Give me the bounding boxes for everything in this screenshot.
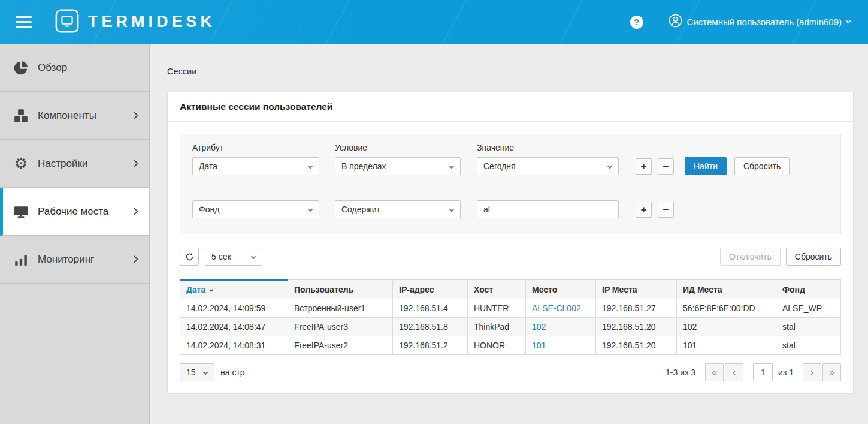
cell-host: ThinkPad bbox=[468, 318, 526, 336]
chevron-down-icon bbox=[203, 370, 208, 375]
page-size-select[interactable]: 15 bbox=[180, 363, 214, 381]
cell-date: 14.02.2024, 14:08:31 bbox=[180, 336, 288, 355]
refresh-icon bbox=[185, 252, 194, 261]
refresh-button[interactable] bbox=[180, 248, 199, 266]
dashboard-pie-icon bbox=[12, 60, 30, 76]
top-header: TERMIDESK ? Системный пользователь (admi… bbox=[0, 0, 868, 44]
cell-ip: 192.168.51.8 bbox=[393, 318, 468, 336]
column-header-pool[interactable]: Фонд bbox=[776, 280, 841, 299]
cell-pool: stal bbox=[776, 336, 841, 355]
column-header-date[interactable]: Дата bbox=[180, 280, 288, 299]
cell-ip: 192.168.51.4 bbox=[393, 299, 468, 318]
cell-pool: ALSE_WP bbox=[776, 299, 841, 318]
chevron-right-icon bbox=[131, 160, 138, 167]
reset-sessions-button[interactable]: Сбросить bbox=[786, 248, 841, 266]
sidebar-item-label: Обзор bbox=[38, 62, 67, 74]
user-avatar-icon bbox=[669, 14, 682, 30]
user-name: Системный пользователь (admin609) bbox=[687, 17, 842, 27]
column-header-user[interactable]: Пользователь bbox=[288, 280, 393, 299]
hamburger-menu-icon[interactable] bbox=[16, 13, 32, 31]
sidebar-item-monitoring[interactable]: Мониторинг bbox=[0, 236, 149, 284]
sidebar-item-label: Настройки bbox=[38, 158, 87, 170]
table-header-row: Дата Пользователь IP-адрес Хост Место IP… bbox=[180, 280, 841, 299]
cell-host: HUNTER bbox=[468, 299, 526, 318]
remove-filter-button[interactable]: − bbox=[658, 202, 674, 218]
current-page-input[interactable]: 1 bbox=[753, 363, 773, 381]
components-cubes-icon bbox=[12, 108, 30, 124]
filter-panel: Атрибут Условие Значение Дата В пределах bbox=[180, 134, 841, 234]
sessions-card: Активные сессии пользователей Атрибут Ус… bbox=[167, 92, 854, 394]
cell-date: 14.02.2024, 14:08:47 bbox=[180, 318, 288, 336]
condition-select-1[interactable]: В пределах bbox=[335, 157, 461, 175]
column-header-place[interactable]: Место bbox=[526, 280, 596, 299]
main-content: Сессии Активные сессии пользователей Атр… bbox=[150, 44, 868, 424]
condition-label: Условие bbox=[335, 143, 461, 152]
total-pages-label: из 1 bbox=[778, 368, 794, 377]
table-row: 14.02.2024, 14:09:59 Встроенный-user1 19… bbox=[180, 299, 841, 318]
table-footer: 15 на стр. 1-3 из 3 « ‹ 1 из 1 › » bbox=[180, 363, 841, 381]
reset-filters-button[interactable]: Сбросить bbox=[734, 157, 790, 175]
table-row: 14.02.2024, 14:08:47 FreeIPA-user3 192.1… bbox=[180, 318, 841, 336]
last-page-button[interactable]: » bbox=[822, 363, 841, 381]
chevron-down-icon bbox=[607, 164, 612, 169]
cell-place-link[interactable]: 102 bbox=[526, 318, 596, 336]
sidebar-item-overview[interactable]: Обзор bbox=[0, 44, 149, 92]
chevron-right-icon bbox=[131, 255, 138, 263]
termidesk-logo-icon bbox=[55, 8, 80, 36]
cell-user: FreeIPA-user2 bbox=[288, 336, 393, 355]
condition-select-2[interactable]: Содержит bbox=[335, 200, 461, 218]
cell-date: 14.02.2024, 14:09:59 bbox=[180, 299, 288, 318]
sidebar-item-settings[interactable]: ⚙ Настройки bbox=[0, 140, 149, 188]
search-button[interactable]: Найти bbox=[685, 157, 727, 175]
page-title: Активные сессии пользователей bbox=[168, 92, 853, 122]
sidebar-item-workplaces[interactable]: Рабочие места bbox=[0, 188, 149, 236]
cell-place-ip: 192.168.51.27 bbox=[596, 299, 677, 318]
attribute-select-1[interactable]: Дата bbox=[192, 157, 319, 175]
cell-place-ip: 192.168.51.20 bbox=[596, 336, 677, 355]
column-header-place-ip[interactable]: IP Места bbox=[596, 280, 677, 299]
value-label: Значение bbox=[477, 143, 619, 152]
chevron-down-icon bbox=[308, 207, 313, 212]
column-header-host[interactable]: Хост bbox=[468, 280, 526, 299]
refresh-interval-select[interactable]: 5 сек bbox=[205, 248, 262, 266]
disconnect-button[interactable]: Отключить bbox=[720, 248, 781, 266]
value-select-1[interactable]: Сегодня bbox=[477, 157, 619, 175]
cell-place-link[interactable]: ALSE-CL002 bbox=[526, 299, 596, 318]
chevron-down-icon bbox=[449, 207, 454, 212]
table-row: 14.02.2024, 14:08:31 FreeIPA-user2 192.1… bbox=[180, 336, 841, 355]
column-header-place-id[interactable]: ИД Места bbox=[677, 280, 776, 299]
help-icon[interactable]: ? bbox=[630, 16, 643, 29]
user-menu[interactable]: Системный пользователь (admin609) bbox=[669, 14, 850, 30]
attribute-select-2[interactable]: Фонд bbox=[192, 200, 319, 218]
chevron-down-icon bbox=[846, 18, 851, 23]
cell-place-id: 102 bbox=[677, 318, 776, 336]
range-indicator: 1-3 из 3 bbox=[666, 368, 695, 377]
column-header-ip[interactable]: IP-адрес bbox=[393, 280, 468, 299]
add-filter-button[interactable]: + bbox=[636, 202, 652, 218]
first-page-button[interactable]: « bbox=[705, 363, 724, 381]
per-page-label: на стр. bbox=[220, 368, 247, 377]
add-filter-button[interactable]: + bbox=[636, 158, 652, 175]
cell-place-id: 101 bbox=[677, 336, 776, 355]
next-page-button[interactable]: › bbox=[803, 363, 821, 381]
attribute-label: Атрибут bbox=[192, 143, 319, 152]
remove-filter-button[interactable]: − bbox=[658, 158, 674, 175]
chevron-down-icon bbox=[308, 164, 313, 169]
chevron-right-icon bbox=[131, 112, 138, 119]
value-input-2[interactable] bbox=[477, 200, 619, 218]
cell-user: Встроенный-user1 bbox=[288, 299, 393, 318]
cell-ip: 192.168.51.2 bbox=[393, 336, 468, 355]
chevron-right-icon bbox=[131, 208, 138, 215]
brand-name: TERMIDESK bbox=[88, 13, 216, 31]
cell-pool: stal bbox=[776, 318, 841, 336]
settings-gear-icon: ⚙ bbox=[12, 156, 30, 171]
sidebar-item-components[interactable]: Компоненты bbox=[0, 92, 149, 140]
table-toolbar: 5 сек Отключить Сбросить bbox=[180, 248, 841, 266]
brand-logo: TERMIDESK bbox=[55, 8, 216, 36]
cell-place-ip: 192.168.51.20 bbox=[596, 318, 677, 336]
cell-place-link[interactable]: 101 bbox=[526, 336, 596, 355]
prev-page-button[interactable]: ‹ bbox=[725, 363, 743, 381]
cell-user: FreeIPA-user3 bbox=[288, 318, 393, 336]
sidebar-item-label: Мониторинг bbox=[38, 254, 94, 266]
sidebar: Обзор Компоненты ⚙ Настройки Рабочие мес… bbox=[0, 44, 150, 424]
